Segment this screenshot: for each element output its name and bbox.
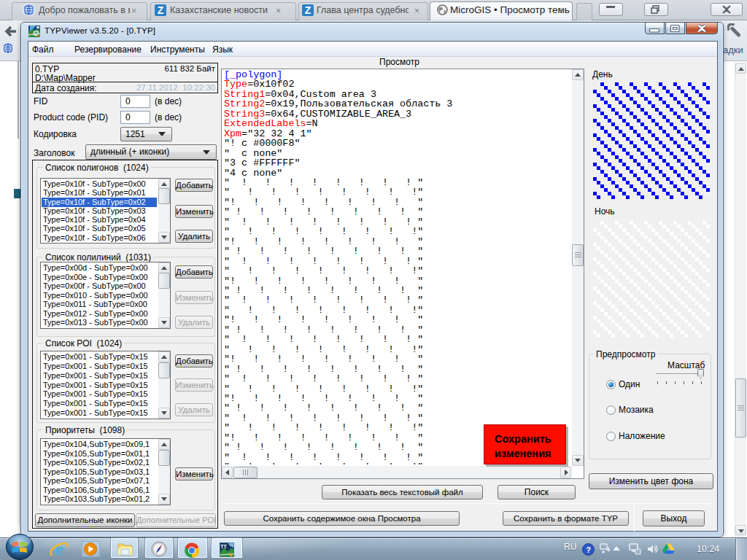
svg-text:?: ?: [586, 545, 591, 554]
svg-text:TT: TT: [220, 544, 227, 549]
